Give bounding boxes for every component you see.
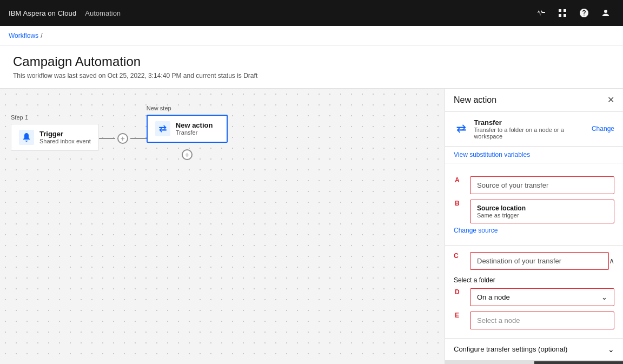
add-below-btn[interactable]: + [182,149,193,160]
help-icon [580,9,588,17]
right-panel: New action ✕ Transfer Transfer to a fold… [445,89,623,364]
badge-b: B [455,200,460,207]
transfer-desc: Transfer to a folder on a node or a work… [474,127,592,140]
svg-rect-2 [559,14,561,17]
transfer-icon [454,121,468,136]
step2-label: New step [147,105,228,111]
new-action-info: New action Transfer [176,121,213,136]
destination-dropdown-wrapper: D On a node ⌄ [470,288,614,306]
page-subtitle: This workflow was last saved on Oct 25, … [13,72,610,80]
brand-name: IBM Aspera on Cloud [9,9,76,17]
new-action-title: New action [176,121,213,129]
step1-label: Step 1 [11,114,99,121]
grid-icon [558,9,567,17]
badge-a: A [455,176,460,184]
source-location-title: Source location [477,204,607,212]
pulse-icon-btn[interactable] [532,4,549,22]
workflow-container: Step 1 Trigger Shared inbox event [11,105,228,160]
workflows-breadcrumb-link[interactable]: Workflows [9,32,38,39]
panel-title: New action [454,95,496,105]
destination-accordion-header[interactable]: C Destination of your transfer ∧ [445,246,623,276]
configure-chevron-icon: ⌄ [608,345,614,354]
dropdown-chevron-icon: ⌄ [601,293,607,301]
select-folder-label: Select a folder [454,276,614,284]
source-location-wrapper: B Source location Same as trigger [470,200,614,223]
canvas-area: Step 1 Trigger Shared inbox event [0,89,445,364]
trigger-subtitle: Shared inbox event [39,138,91,144]
connector-arrow2 [130,138,147,139]
badge-d: D [455,288,460,296]
add-between-btn[interactable]: + [117,133,128,144]
add-step-below: + [147,149,228,160]
dropdown-value: On a node [477,293,510,301]
panel-footer: Cancel Save [445,361,623,364]
close-panel-btn[interactable]: ✕ [607,96,614,104]
panel-header: New action ✕ [445,89,623,112]
cancel-button[interactable]: Cancel [445,361,534,364]
destination-content: Select a folder D On a node ⌄ E Select a… [445,276,623,338]
nav-right [532,4,614,22]
user-icon [601,9,610,17]
transfer-name: Transfer [474,118,592,127]
destination-header-content: C Destination of your transfer [470,252,609,270]
badge-e: E [455,312,459,319]
page-title: Campaign Automation [13,54,610,70]
source-content: A Source of your transfer B Source locat… [445,176,623,245]
trigger-node[interactable]: Trigger Shared inbox event [11,124,99,151]
help-icon-btn[interactable] [575,4,593,22]
svg-rect-0 [559,9,561,12]
top-nav: IBM Aspera on Cloud Automation [0,0,623,26]
select-node-field[interactable]: Select a node [470,312,614,329]
source-field-wrapper: A Source of your transfer [470,176,614,194]
transfer-info: Transfer Transfer to a folder on a node … [474,118,592,140]
grid-icon-btn[interactable] [554,4,571,22]
source-accordion: A Source of your transfer B Source locat… [445,163,623,246]
main-layout: Step 1 Trigger Shared inbox event [0,89,623,364]
configure-header[interactable]: Configure transfer settings (optional) ⌄ [445,339,623,360]
nav-section: Automation [85,9,121,17]
breadcrumb-separator: / [41,32,42,39]
configure-label: Configure transfer settings (optional) [454,345,567,353]
destination-accordion: C Destination of your transfer ∧ Select … [445,246,623,339]
step1-wrapper: Step 1 Trigger Shared inbox event [11,114,99,151]
connector-arrow [99,138,115,139]
page-header: Campaign Automation This workflow was la… [0,45,623,89]
transfer-node-icon [155,121,170,136]
nav-left: IBM Aspera on Cloud Automation [9,9,121,17]
new-action-subtitle: Transfer [176,129,213,136]
save-button[interactable]: Save [534,361,624,364]
badge-c: C [454,252,459,260]
on-node-dropdown[interactable]: On a node ⌄ [470,288,614,306]
change-transfer-btn[interactable]: Change [592,125,614,133]
trigger-icon [19,130,34,145]
svg-rect-3 [564,14,566,17]
user-icon-btn[interactable] [597,4,614,22]
source-accordion-header[interactable] [445,163,623,176]
destination-field[interactable]: Destination of your transfer [470,252,609,270]
trigger-title: Trigger [39,130,91,138]
configure-section: Configure transfer settings (optional) ⌄ [445,339,623,361]
pulse-icon [536,9,545,17]
new-action-node[interactable]: New action Transfer [147,115,228,143]
connector: + [99,121,147,144]
trigger-info: Trigger Shared inbox event [39,130,91,144]
transfer-section: Transfer Transfer to a folder on a node … [445,112,623,147]
change-source-btn[interactable]: Change source [454,227,498,234]
source-location-sub: Same as trigger [477,212,607,219]
destination-chevron-icon: ∧ [609,256,614,265]
breadcrumb-area: Workflows / [0,26,623,45]
source-transfer-field[interactable]: Source of your transfer [470,176,614,194]
node-select-wrapper: E Select a node [470,312,614,329]
step2-wrapper: New step New action Transfer + [147,105,228,160]
svg-rect-1 [564,9,566,12]
transfer-left: Transfer Transfer to a folder on a node … [454,118,592,140]
substitution-link[interactable]: View substitution variables [445,147,623,163]
source-location-box: Source location Same as trigger [470,200,614,223]
